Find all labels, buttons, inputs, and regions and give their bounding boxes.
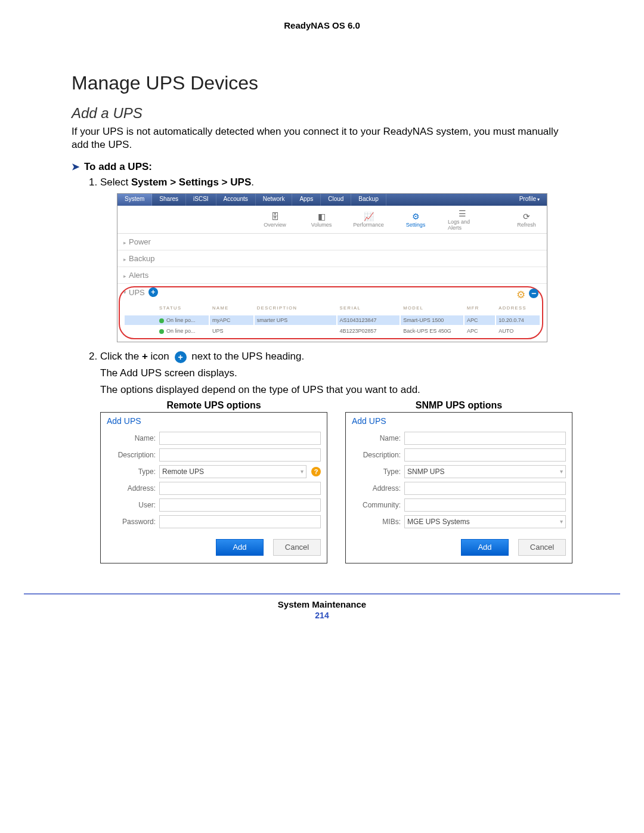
- user-field[interactable]: [159, 498, 321, 512]
- tab-profile[interactable]: Profile▾: [512, 194, 547, 206]
- table-row[interactable]: On line po... myAPC smarter UPS AS104312…: [125, 315, 540, 325]
- mibs-select[interactable]: MGE UPS Systems▾: [404, 515, 566, 528]
- tab-shares[interactable]: Shares: [152, 194, 186, 206]
- community-field[interactable]: [404, 498, 566, 512]
- section-backup-label: Backup: [129, 254, 154, 263]
- snmp-ups-dialog: Add UPS Name: Description: Type: SNMP UP…: [345, 412, 572, 563]
- th-mfr: Mfr: [465, 304, 495, 314]
- tab-system[interactable]: System: [117, 194, 152, 206]
- section-power[interactable]: ▸Power: [117, 234, 547, 250]
- task-heading: ➤To add a UPS:: [72, 161, 572, 173]
- step2-a: Click the: [100, 351, 142, 362]
- remote-ups-dialog: Add UPS Name: Description: Type: Remote …: [100, 412, 327, 563]
- remote-dialog-title: Remote UPS options: [100, 400, 327, 411]
- iconbar-performance-label: Performance: [353, 222, 384, 228]
- page-footer: System Maintenance 214: [24, 593, 620, 620]
- remote-dialog-head: Add UPS: [107, 416, 321, 426]
- section-backup[interactable]: ▸Backup: [117, 250, 547, 267]
- label-password: Password:: [107, 518, 159, 526]
- snmp-dialog-head: Add UPS: [352, 416, 566, 426]
- cancel-button[interactable]: Cancel: [518, 539, 566, 556]
- tab-iscsi[interactable]: iSCSI: [186, 194, 216, 206]
- collapse-icon: ▸: [123, 273, 126, 279]
- add-button[interactable]: Add: [216, 539, 264, 556]
- description-field[interactable]: [159, 448, 321, 462]
- gear-icon: ⚙: [410, 211, 422, 222]
- remove-ups-button[interactable]: −: [529, 289, 538, 298]
- footer-page-number: 214: [24, 611, 620, 620]
- collapse-icon: ▸: [123, 256, 126, 262]
- type-select[interactable]: Remote UPS▾: [159, 465, 306, 478]
- label-user: User:: [107, 501, 159, 509]
- label-desc: Description:: [107, 451, 159, 459]
- cell-name: UPS: [210, 326, 253, 336]
- name-field[interactable]: [159, 432, 321, 445]
- cell-status: On line po...: [166, 317, 196, 323]
- iconbar-settings[interactable]: ⚙Settings: [401, 211, 430, 228]
- step2-d: next to the UPS heading.: [189, 351, 305, 362]
- settings-ui-screenshot: System Shares iSCSI Accounts Network App…: [117, 193, 547, 342]
- iconbar-performance[interactable]: 📈Performance: [354, 211, 383, 228]
- help-icon[interactable]: ?: [311, 467, 321, 476]
- password-field[interactable]: [159, 515, 321, 528]
- tab-backup[interactable]: Backup: [351, 194, 386, 206]
- iconbar-refresh[interactable]: ⟳Refresh: [512, 211, 541, 228]
- chevron-down-icon: ▾: [560, 518, 563, 525]
- th-status: Status: [125, 304, 209, 314]
- type-select[interactable]: SNMP UPS▾: [404, 465, 566, 478]
- expand-icon: ▾: [123, 289, 126, 295]
- label-type: Type:: [107, 467, 159, 476]
- cancel-button[interactable]: Cancel: [273, 539, 321, 556]
- type-value: Remote UPS: [162, 467, 204, 476]
- volumes-icon: ◧: [315, 211, 327, 222]
- list-icon: ☰: [456, 208, 468, 219]
- tab-network[interactable]: Network: [256, 194, 293, 206]
- type-value: SNMP UPS: [407, 467, 444, 476]
- step2-line3: The options displayed depend on the type…: [100, 383, 572, 397]
- add-ups-button[interactable]: +: [148, 287, 158, 297]
- performance-icon: 📈: [363, 211, 374, 222]
- section-ups-header[interactable]: ▾ UPS +: [123, 287, 541, 297]
- address-field[interactable]: [159, 482, 321, 495]
- step2-line2: The Add UPS screen displays.: [100, 367, 572, 380]
- th-serial: Serial: [338, 304, 400, 314]
- label-address: Address:: [107, 484, 159, 493]
- add-button[interactable]: Add: [461, 539, 509, 556]
- description-field[interactable]: [404, 448, 566, 462]
- task-heading-text: To add a UPS:: [84, 161, 152, 172]
- ups-table: Status Name Description Serial Model Mfr…: [123, 303, 541, 337]
- iconbar-overview[interactable]: 🗄Overview: [261, 211, 289, 228]
- address-field[interactable]: [404, 482, 566, 495]
- table-row[interactable]: On line po... UPS 4B1223P02857 Back-UPS …: [125, 326, 540, 336]
- label-type: Type:: [352, 467, 404, 476]
- label-address: Address:: [352, 484, 404, 493]
- overview-icon: 🗄: [269, 211, 281, 222]
- label-mibs: MIBs:: [352, 518, 404, 526]
- label-name: Name:: [107, 434, 159, 442]
- profile-label: Profile: [519, 196, 536, 202]
- tab-accounts[interactable]: Accounts: [216, 194, 256, 206]
- tab-cloud[interactable]: Cloud: [321, 194, 351, 206]
- step1-tail: .: [251, 176, 254, 188]
- step-1: Select System > Settings > UPS. System S…: [100, 176, 572, 342]
- cell-addr: 10.20.0.74: [496, 315, 540, 325]
- step1-path: System > Settings > UPS: [131, 176, 251, 188]
- snmp-dialog-title: SNMP UPS options: [345, 400, 572, 411]
- task-arrow-icon: ➤: [72, 162, 79, 172]
- label-name: Name:: [352, 434, 404, 442]
- iconbar-volumes[interactable]: ◧Volumes: [307, 211, 336, 228]
- page-title: Manage UPS Devices: [72, 72, 572, 94]
- page-header: ReadyNAS OS 6.0: [0, 20, 644, 30]
- top-nav: System Shares iSCSI Accounts Network App…: [117, 194, 547, 206]
- chevron-down-icon: ▾: [301, 468, 304, 475]
- label-community: Community:: [352, 501, 404, 509]
- cell-model: Smart-UPS 1500: [401, 315, 463, 325]
- cell-mfr: APC: [465, 326, 495, 336]
- section-alerts[interactable]: ▸Alerts: [117, 267, 547, 284]
- iconbar-logs[interactable]: ☰Logs and Alerts: [448, 208, 476, 231]
- cell-addr: AUTO: [496, 326, 540, 336]
- tab-apps[interactable]: Apps: [292, 194, 321, 206]
- ups-settings-icon[interactable]: ⚙: [516, 289, 525, 301]
- iconbar-settings-label: Settings: [406, 222, 426, 228]
- name-field[interactable]: [404, 432, 566, 445]
